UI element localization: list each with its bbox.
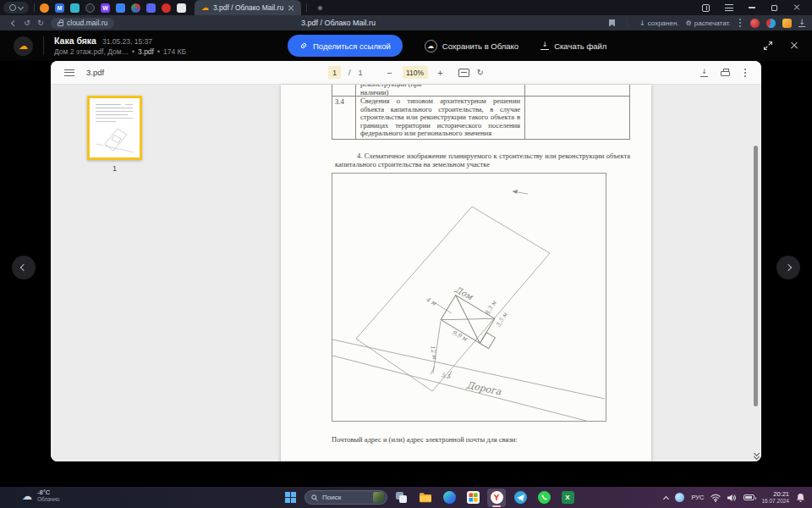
download-file-button[interactable]: ↓ Скачать файл [540,41,606,51]
battery-icon[interactable] [743,494,754,500]
print-action[interactable]: ⚙ распечатат. [686,19,731,27]
dim-label: 8,3 м [484,299,499,318]
zoom-in-button[interactable]: + [436,68,446,78]
zoom-level-field[interactable]: 110% [403,66,428,79]
pinned-tab-icon[interactable]: W [101,3,110,13]
menu-icon [725,4,733,11]
notification-bell-icon[interactable] [796,493,805,503]
browser-logo-icon [9,4,16,11]
fit-width-icon[interactable] [458,69,469,77]
more-options-icon[interactable] [744,72,746,74]
browser-menu-button[interactable] [717,0,740,15]
pinned-tab-icon[interactable] [131,3,140,13]
previous-file-button[interactable] [12,256,36,279]
pinned-tab-icon[interactable] [40,3,49,13]
tab-title: 3.pdf / Облако Mail.ru [213,3,283,12]
wifi-icon[interactable] [710,494,721,502]
tab-list-button[interactable] [312,6,327,10]
volume-icon[interactable] [727,494,737,502]
pinned-tab-icon[interactable] [85,3,95,13]
next-file-button[interactable] [776,256,800,279]
pinned-tab-icon[interactable] [162,3,171,13]
fullscreen-icon[interactable] [763,41,773,51]
yandex-browser-button[interactable]: Y [487,489,506,507]
scroll-to-bottom-button[interactable] [754,453,759,459]
current-page-field[interactable]: 1 [328,66,341,79]
share-link-button[interactable]: Поделиться ссылкой [288,35,403,57]
sidebar-toggle-button[interactable] [694,0,717,15]
files-summary[interactable]: Дом 2 этаж.pdf, Дом… [54,47,129,56]
excel-button[interactable]: X [558,489,577,507]
page-thumbnail[interactable]: 1 [87,96,142,173]
saved-indicator[interactable]: ↓ сохранен. [639,19,679,27]
pinned-tab-icon[interactable] [116,3,125,13]
close-viewer-icon[interactable] [790,41,798,50]
whatsapp-button[interactable] [535,489,553,507]
divider [34,3,35,12]
bullet: • [132,47,134,56]
cloud-mail-logo[interactable]: ☁ [14,36,33,56]
file-size: 174 КБ [163,47,186,56]
contact-address-line: Почтовый адрес и (или) адрес электронной… [332,435,518,444]
search-box[interactable]: Поиск [304,490,387,505]
telegram-button[interactable] [511,489,529,507]
tray-date: 16.07.2024 [761,498,789,505]
link-icon [299,41,308,50]
pinned-tab-icon[interactable] [177,3,186,13]
history-button[interactable]: ↺ [20,16,34,30]
weather-widget[interactable]: ☁ -8°C Облачно [22,489,59,503]
back-button[interactable] [7,16,20,30]
office-app-button[interactable] [464,489,482,507]
bookmark-icon[interactable] [609,19,615,27]
shared-datetime: 31.05.23, 15:37 [102,37,152,46]
downloads-icon[interactable]: ↓ [798,19,805,27]
yandex-icon: Y [491,491,503,504]
maximize-button[interactable] [763,0,786,15]
extension-icon[interactable] [766,19,776,28]
minimize-button[interactable] [740,0,763,15]
window-controls [694,0,809,15]
chevron-right-icon [785,264,792,271]
dim-label: 4 м [425,296,438,307]
tray-time: 20:21 [761,490,789,498]
tab-close-icon[interactable] [288,4,294,11]
language-indicator[interactable]: РУС [691,494,704,501]
saved-label: сохранен. [648,19,679,27]
rotate-icon[interactable]: ↻ [477,68,484,77]
more-actions-icon[interactable] [739,22,741,24]
browser-app-button[interactable] [3,2,29,14]
maximize-icon [771,5,777,11]
tray-app-icon[interactable] [675,493,684,502]
download-pdf-icon[interactable]: ↓ [700,69,708,77]
search-highlight-image [373,492,384,503]
file-explorer-button[interactable] [416,489,435,507]
extension-icon[interactable] [782,19,792,28]
cloud-icon: ☁ [425,40,437,52]
scrollbar-thumb[interactable] [754,146,758,406]
reload-button[interactable]: ↻ [34,16,47,30]
close-window-button[interactable] [786,0,809,15]
clock[interactable]: 20:21 16.07.2024 [761,490,789,505]
tray-expand-icon[interactable] [663,495,669,501]
zoom-out-button[interactable]: − [385,68,395,78]
table-row: 3.4 Сведения о типовом архитектурном реш… [332,97,629,139]
task-view-button[interactable] [392,489,411,507]
url-field[interactable]: cloud.mail.ru [51,18,114,29]
edge-browser-button[interactable] [440,489,458,507]
download-icon: ↓ [540,41,549,50]
document-table: реконструкции (при наличии) 3.4 Сведения… [332,85,630,140]
thumbnails-menu-icon[interactable] [64,69,74,76]
table-row: реконструкции (при наличии) [332,85,629,97]
start-button[interactable] [281,489,299,507]
pinned-tab-icon[interactable] [146,3,156,13]
print-icon[interactable] [721,71,730,76]
share-link-label: Поделиться ссылкой [313,41,391,51]
pinned-tab-icon[interactable] [70,3,80,13]
weather-condition: Облачно [37,496,59,503]
pinned-tab-icon[interactable]: M [55,3,64,13]
extension-icon[interactable] [750,19,760,28]
save-to-cloud-button[interactable]: ☁ Сохранить в Облако [425,40,518,52]
active-tab[interactable]: ☁ 3.pdf / Облако Mail.ru [195,0,301,15]
gear-icon: ⚙ [686,19,692,27]
current-file-name: 3.pdf [138,47,154,56]
